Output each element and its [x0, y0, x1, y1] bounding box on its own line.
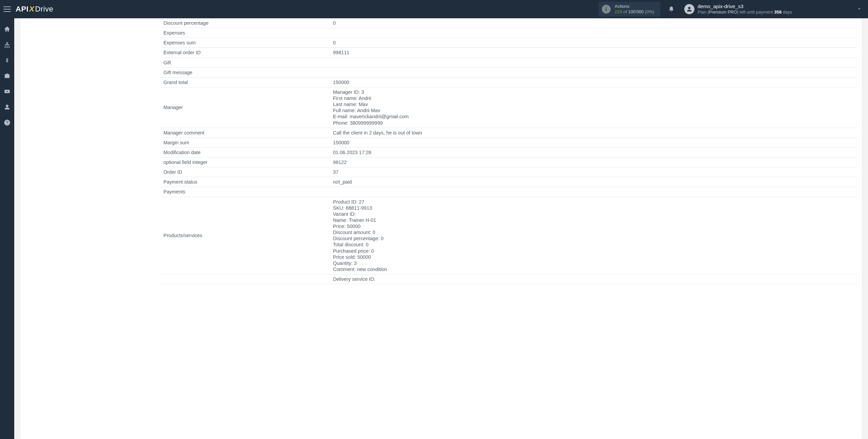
row-value: 0: [330, 18, 857, 28]
row-label: Margin sum: [161, 138, 330, 147]
row-label: Discount percentage: [161, 18, 330, 28]
row-value: 01.06.2023 17:28: [330, 147, 857, 157]
table-row: Discount percentage0: [161, 18, 857, 28]
nav-connections[interactable]: [3, 41, 11, 49]
info-icon: i: [602, 5, 611, 14]
data-table: Discount percentage0ExpensesExpenses sum…: [161, 18, 857, 284]
table-row: Payment statusnot_paid: [161, 177, 857, 187]
row-value: [330, 187, 857, 197]
plan-prefix: Plan |: [698, 9, 709, 15]
record-panel: Discount percentage0ExpensesExpenses sum…: [20, 18, 862, 439]
notifications-button[interactable]: [668, 5, 675, 13]
actions-limit: 100'000: [628, 9, 644, 14]
table-row: Grand total150000: [161, 77, 857, 87]
row-label: Order ID: [161, 167, 330, 177]
row-label: Expenses sum: [161, 38, 330, 48]
row-label: Gift message: [161, 67, 330, 77]
nav-home[interactable]: [3, 25, 11, 33]
actions-text: Actions: 223 of 100'000 (0%): [615, 4, 654, 15]
logo-text-api: API: [16, 5, 28, 14]
sidebar: [0, 18, 14, 439]
table-row: Expenses: [161, 28, 857, 38]
row-label: Payments: [161, 187, 330, 197]
row-value: not_paid: [330, 177, 857, 187]
row-label: External order ID: [161, 48, 330, 58]
row-value: [330, 58, 857, 67]
row-label: Gift: [161, 58, 330, 67]
table-row: optional field integer98122: [161, 158, 857, 167]
main-content: Discount percentage0ExpensesExpenses sum…: [14, 18, 868, 439]
plan-sep: | left until payment: [737, 9, 774, 15]
table-row: ManagerManager ID: 3 First name: Andrii …: [161, 87, 857, 128]
nav-help[interactable]: [3, 119, 11, 127]
row-value: 37: [330, 167, 857, 177]
menu-toggle-button[interactable]: [3, 6, 11, 12]
actions-pct: (0%): [644, 9, 654, 14]
row-value: Manager ID: 3 First name: Andrii Last na…: [330, 87, 857, 128]
row-value: 98122: [330, 158, 857, 167]
actions-title: Actions:: [615, 4, 654, 9]
row-value: Delivery service ID:: [330, 274, 857, 284]
avatar-icon: [684, 4, 694, 14]
row-label: Manager comment: [161, 128, 330, 138]
table-row: Products/servicesProduct ID: 27 SKU: 888…: [161, 197, 857, 274]
table-row: Delivery service ID:: [161, 274, 857, 284]
plan-days: 358: [774, 9, 782, 15]
logo[interactable]: APIXDrive: [16, 5, 53, 14]
row-value: [330, 28, 857, 38]
plan-days-suffix: days: [782, 9, 792, 15]
nav-billing[interactable]: [3, 56, 11, 64]
table-row: Manager commentCall the client in 2 days…: [161, 128, 857, 138]
table-row: Margin sum150000: [161, 138, 857, 147]
logo-text-drive: Drive: [35, 5, 53, 14]
row-label: Expenses: [161, 28, 330, 38]
table-row: Modification date01.06.2023 17:28: [161, 147, 857, 157]
table-row: Payments: [161, 187, 857, 197]
chevron-down-icon: [856, 6, 862, 13]
row-label: Payment status: [161, 177, 330, 187]
nav-video[interactable]: [3, 87, 11, 96]
row-value: 0: [330, 38, 857, 48]
panel-right: Discount percentage0ExpensesExpenses sum…: [156, 18, 862, 439]
row-value: Call the client in 2 days, he is out of …: [330, 128, 857, 138]
plan-line: Plan |Premium PRO| left until payment 35…: [698, 9, 792, 15]
username: demo_apix-drive_s3: [698, 3, 792, 9]
row-label: optional field integer: [161, 158, 330, 167]
logo-text-x: X: [29, 5, 34, 14]
table-row: Order ID37: [161, 167, 857, 177]
table-row: External order ID998111: [161, 48, 857, 58]
row-label: Grand total: [161, 77, 330, 87]
nav-toolbox[interactable]: [3, 72, 11, 80]
row-value: 150000: [330, 77, 857, 87]
nav-account[interactable]: [3, 103, 11, 111]
row-value: [330, 67, 857, 77]
actions-summary[interactable]: i Actions: 223 of 100'000 (0%): [598, 2, 660, 17]
actions-of: of: [622, 9, 628, 14]
row-value: 150000: [330, 138, 857, 147]
panel-left-spacer: [20, 18, 156, 439]
app-header: APIXDrive i Actions: 223 of 100'000 (0%)…: [0, 0, 868, 18]
row-label: Products/services: [161, 197, 330, 274]
plan-name: Premium PRO: [709, 9, 737, 15]
row-label: Manager: [161, 87, 330, 128]
row-label: [161, 274, 330, 284]
row-value: Product ID: 27 SKU: 88811-9913 Variant I…: [330, 197, 857, 274]
row-label: Modification date: [161, 147, 330, 157]
table-row: Expenses sum0: [161, 38, 857, 48]
table-row: Gift message: [161, 67, 857, 77]
table-row: Gift: [161, 58, 857, 67]
user-meta: demo_apix-drive_s3 Plan |Premium PRO| le…: [698, 3, 792, 15]
actions-count: 223: [615, 9, 622, 14]
row-value: 998111: [330, 48, 857, 58]
user-menu[interactable]: demo_apix-drive_s3 Plan |Premium PRO| le…: [684, 3, 862, 15]
